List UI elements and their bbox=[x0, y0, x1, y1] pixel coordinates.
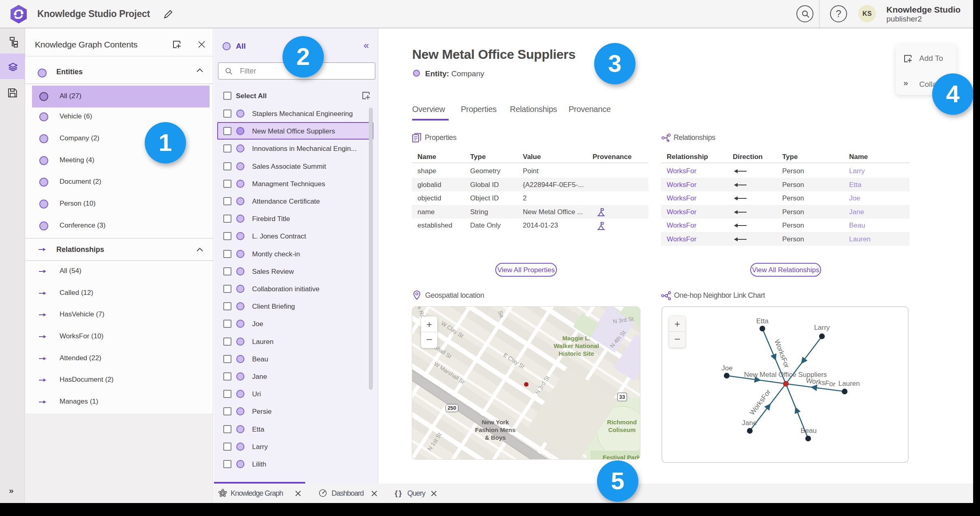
svg-text:Lauren: Lauren bbox=[839, 380, 860, 387]
svg-text:WorksFor: WorksFor bbox=[748, 388, 772, 416]
svg-text:Beau: Beau bbox=[800, 427, 817, 434]
svg-text:Joe: Joe bbox=[721, 364, 732, 372]
svg-text:Etta: Etta bbox=[756, 317, 769, 325]
svg-text:Larry: Larry bbox=[814, 324, 830, 331]
svg-text:Jane: Jane bbox=[742, 419, 757, 427]
